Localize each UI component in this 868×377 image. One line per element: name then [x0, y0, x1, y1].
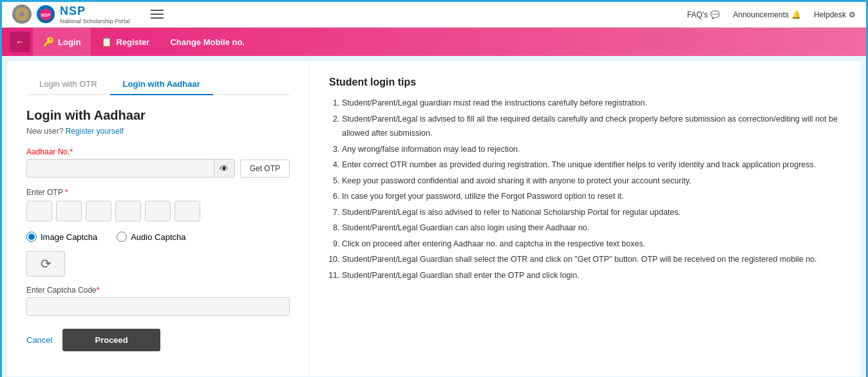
nsp-logo: NSP NSP National Scholarship Portal — [37, 5, 130, 25]
register-tab-label: Register — [116, 37, 149, 47]
list-item: Keep your password confidential and avoi… — [342, 174, 842, 188]
helpdesk-link[interactable]: Helpdesk ⚙ — [814, 10, 856, 19]
otp-boxes — [26, 201, 290, 221]
list-item: Student/Parent/Legal Guardian shall sele… — [342, 252, 842, 267]
faq-link[interactable]: FAQ's 💬 — [687, 10, 720, 19]
captcha-code-label: Enter Captcha Code* — [26, 286, 290, 295]
audio-captcha-radio[interactable] — [117, 232, 127, 242]
register-tab-icon: 📋 — [101, 37, 112, 47]
list-item: Student/Parent/Legal guardian must read … — [342, 96, 842, 111]
tab-otr[interactable]: Login with OTR — [26, 74, 110, 94]
main-content: Login with OTR Login with Aadhaar Login … — [7, 61, 861, 376]
list-item: Student/Parent/Legal is advised to fill … — [342, 112, 842, 141]
announcements-label: Announcements — [733, 10, 789, 19]
list-item: Enter correct OTR number as provided dur… — [342, 158, 842, 172]
tab-aadhaar[interactable]: Login with Aadhaar — [110, 74, 213, 94]
left-panel: Login with OTR Login with Aadhaar Login … — [7, 61, 310, 376]
captcha-type-row: Image Captcha Audio Captcha — [26, 232, 290, 242]
announcements-link[interactable]: Announcements 🔔 — [733, 10, 801, 19]
faq-icon: 💬 — [710, 10, 720, 19]
register-yourself-link[interactable]: Register yourself — [66, 127, 124, 136]
list-item: Student/Parent/Legal Guardian shall ente… — [342, 268, 842, 283]
refresh-captcha-icon: ⟳ — [41, 256, 52, 271]
list-item: Student/Parent/Legal is also advised to … — [342, 205, 842, 220]
otp-box-1[interactable] — [26, 201, 52, 221]
svg-text:NSP: NSP — [41, 13, 51, 17]
change-mobile-tab[interactable]: Change Mobile no. — [160, 28, 255, 56]
captcha-code-input[interactable] — [26, 297, 290, 316]
logo-area: NSP NSP National Scholarship Portal — [12, 5, 164, 25]
faq-label: FAQ's — [687, 10, 708, 19]
audio-captcha-radio-label[interactable]: Audio Captcha — [117, 232, 185, 242]
aadhaar-input[interactable] — [27, 160, 214, 177]
otp-box-4[interactable] — [115, 201, 141, 221]
helpdesk-label: Helpdesk — [814, 10, 846, 19]
register-prompt: New user? Register yourself — [26, 127, 290, 136]
announcements-icon: 🔔 — [791, 10, 801, 19]
list-item: Any wrong/false information may lead to … — [342, 142, 842, 157]
government-emblem — [12, 5, 32, 24]
form-actions: Cancel Proceed — [26, 329, 290, 351]
top-header: NSP NSP National Scholarship Portal FAQ'… — [2, 2, 866, 28]
tips-list: Student/Parent/Legal guardian must read … — [329, 96, 842, 282]
nsp-name: NSP — [60, 5, 130, 18]
proceed-button[interactable]: Proceed — [62, 329, 160, 351]
register-tab[interactable]: 📋 Register — [91, 28, 160, 56]
form-title: Login with Aadhaar — [26, 108, 290, 123]
pink-navbar: ← 🔑 Login 📋 Register Change Mobile no. — [2, 28, 866, 56]
otp-box-5[interactable] — [145, 201, 171, 221]
captcha-image-box[interactable]: ⟳ — [26, 251, 65, 277]
otp-box-6[interactable] — [175, 201, 200, 221]
otp-label: Enter OTP * — [26, 188, 290, 197]
aadhaar-row: 👁 Get OTP — [26, 159, 290, 178]
cancel-button[interactable]: Cancel — [26, 335, 52, 345]
nsp-subtitle: National Scholarship Portal — [60, 18, 130, 25]
top-right-nav: FAQ's 💬 Announcements 🔔 Helpdesk ⚙ — [687, 10, 856, 19]
list-item: Student/Parent/Legal Guardian can also l… — [342, 221, 842, 235]
list-item: In case you forget your password, utiliz… — [342, 189, 842, 204]
otp-box-2[interactable] — [56, 201, 82, 221]
login-tab-icon: 🔑 — [43, 37, 54, 47]
image-captcha-radio-label[interactable]: Image Captcha — [26, 232, 97, 242]
tips-title: Student login tips — [329, 77, 842, 88]
list-item: Click on proceed after entering Aadhaar … — [342, 237, 842, 252]
aadhaar-input-wrap: 👁 — [26, 159, 235, 178]
back-button[interactable]: ← — [10, 32, 30, 52]
eye-icon: 👁 — [220, 163, 229, 174]
login-method-tabs: Login with OTR Login with Aadhaar — [26, 74, 290, 95]
helpdesk-icon: ⚙ — [849, 10, 856, 19]
login-tab-label: Login — [58, 37, 80, 47]
login-tab[interactable]: 🔑 Login — [33, 28, 91, 56]
aadhaar-label: Aadhaar No.* — [26, 147, 290, 156]
right-panel: Student login tips Student/Parent/Legal … — [310, 61, 861, 376]
get-otp-button[interactable]: Get OTP — [240, 160, 290, 178]
otp-box-3[interactable] — [86, 201, 111, 221]
image-captcha-radio[interactable] — [26, 232, 37, 242]
hamburger-menu[interactable] — [151, 10, 164, 19]
nsp-shield-icon: NSP — [37, 5, 55, 23]
change-mobile-tab-label: Change Mobile no. — [170, 37, 245, 47]
toggle-visibility-button[interactable]: 👁 — [214, 160, 234, 177]
svg-point-1 — [19, 12, 24, 17]
